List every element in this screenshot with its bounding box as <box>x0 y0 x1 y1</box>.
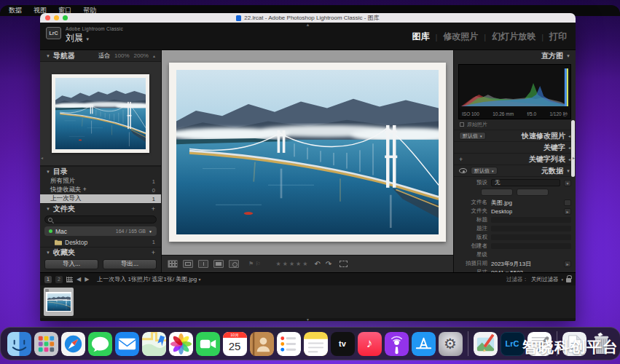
histogram-header[interactable]: 直方图 ▼ <box>454 50 576 62</box>
window-title-bar[interactable]: 22.lrcat - Adobe Photoshop Lightroom Cla… <box>40 13 576 23</box>
keywording-header[interactable]: 关键字 ◂ <box>454 141 576 153</box>
folder-action-icon[interactable]: ▸ <box>564 208 571 215</box>
dock-icon-mail[interactable] <box>115 332 139 356</box>
navigator-preview[interactable] <box>40 61 161 166</box>
grid-view-icon[interactable] <box>168 260 178 268</box>
primary-monitor-button[interactable]: 1 <box>44 276 52 283</box>
metadata-action-button[interactable] <box>481 189 513 196</box>
loupe-view-icon[interactable] <box>183 260 193 268</box>
rotate-right-icon[interactable]: ↷ <box>326 260 331 268</box>
volume-disclosure-icon[interactable]: ▼ <box>149 229 152 234</box>
copyright-field[interactable] <box>491 234 571 240</box>
collections-header[interactable]: ▼ 收藏夹 + <box>40 247 161 258</box>
minimize-button[interactable] <box>54 15 59 20</box>
catalog-item-quick-collection[interactable]: 快捷收藏夹 + 0 <box>40 186 161 194</box>
right-panel-collapse-icon[interactable]: ▸ <box>573 155 575 160</box>
histogram[interactable]: ISO 100 10.26 mm f/5.0 1/120 秒 <box>458 64 571 119</box>
checkbox-icon[interactable] <box>460 122 464 127</box>
add-keyword-icon[interactable]: + <box>459 156 463 163</box>
photo-canvas[interactable] <box>162 50 453 255</box>
dock-icon-image-editor[interactable] <box>474 332 498 356</box>
metadata-header[interactable]: 默认值▾ 元数据 ▼ <box>454 165 576 176</box>
flag-icon[interactable]: ⚑ ⚐ <box>248 261 261 267</box>
metadata-preset-button[interactable]: 默认值▾ <box>471 167 498 175</box>
zoom-fit-option[interactable]: 适合 <box>98 52 110 60</box>
right-panel-scrollbar[interactable] <box>571 120 575 177</box>
dock-icon-system-settings[interactable]: ⚙ <box>439 332 463 356</box>
catalog-item-previous-import[interactable]: 上一次导入 1 <box>40 194 161 203</box>
dock-icon-contacts[interactable] <box>250 332 274 356</box>
filter-lock-icon[interactable] <box>566 278 571 282</box>
import-button[interactable]: 导入... <box>44 259 98 269</box>
export-button[interactable]: 导出... <box>103 259 157 269</box>
quick-develop-header[interactable]: 默认值▾ 快速修改照片 ◂ <box>454 130 576 141</box>
people-view-icon[interactable] <box>229 260 239 268</box>
preset-action-icon[interactable]: ▾ <box>564 180 571 186</box>
quick-develop-preset-button[interactable]: 默认值▾ <box>459 132 486 140</box>
identity-plate[interactable]: LrC Adobe Lightroom Classic 刘晨 ▼ <box>46 26 123 44</box>
capture-date-action-icon[interactable]: ▸ <box>564 261 571 267</box>
go-forward-icon[interactable]: ▶ <box>85 276 89 282</box>
catalog-item-all-photos[interactable]: 所有照片 1 <box>40 177 161 186</box>
navigator-header[interactable]: ▼ 导航器 适合 100% 200% ▴ <box>40 50 161 61</box>
dock-icon-apple-tv[interactable]: tv <box>331 332 355 356</box>
panel-collapse-icon[interactable]: ◂ <box>568 145 570 150</box>
dock-icon-reminders[interactable] <box>277 332 301 356</box>
dock-icon-calendar[interactable]: 10月 25 <box>223 332 247 356</box>
creator-field[interactable] <box>491 243 571 249</box>
filter-dropdown-icon[interactable]: ▾ <box>561 277 563 282</box>
collapse-top-arrow-icon[interactable]: ▲ <box>306 23 310 27</box>
metadata-preset-select[interactable]: 无 <box>491 179 560 186</box>
module-library[interactable]: 图库 <box>412 31 429 43</box>
collapse-bottom-arrow-icon[interactable]: ▼ <box>306 318 310 321</box>
panel-collapse-icon[interactable]: ◂ <box>568 133 570 138</box>
filename-action-icon[interactable] <box>564 199 571 206</box>
left-panel-collapse-icon[interactable]: ◂ <box>41 155 43 160</box>
add-collection-icon[interactable]: + <box>152 249 155 256</box>
zoom-button[interactable] <box>63 15 68 20</box>
close-button[interactable] <box>45 15 50 20</box>
metadata-preset-row[interactable]: 预设 无 ▾ <box>458 178 571 187</box>
filter-select[interactable]: 关闭过滤器 <box>531 276 559 283</box>
dock-icon-facetime[interactable] <box>196 332 220 356</box>
user-name[interactable]: 刘晨 ▼ <box>66 32 123 44</box>
caption-field[interactable] <box>491 226 571 232</box>
zoom-more-icon[interactable]: ▴ <box>153 53 155 58</box>
metadata-action-button[interactable] <box>517 189 549 196</box>
module-print[interactable]: 打印 <box>549 31 567 43</box>
dock-icon-notes[interactable] <box>304 332 328 356</box>
rotate-left-icon[interactable]: ↶ <box>314 260 320 268</box>
folder-search-input[interactable] <box>44 215 157 223</box>
dock-icon-maps[interactable] <box>142 332 166 356</box>
keyword-list-header[interactable]: + 关键字列表 ◂ <box>454 153 576 165</box>
star-rating-icons[interactable]: ★★★★★ <box>276 261 310 267</box>
filmstrip-thumbnail-selected[interactable] <box>44 288 74 316</box>
dock-icon-safari[interactable] <box>61 332 85 356</box>
go-back-icon[interactable]: ◀ <box>76 276 81 282</box>
dock-icon-launchpad[interactable] <box>34 332 58 356</box>
dock-icon-music[interactable]: ♪ <box>358 332 382 356</box>
compare-view-icon[interactable] <box>198 260 208 268</box>
panel-collapse-icon[interactable]: ◂ <box>568 157 570 162</box>
module-slideshow[interactable]: 幻灯片放映 <box>492 31 535 43</box>
eye-icon[interactable] <box>459 168 467 173</box>
volume-row-mac[interactable]: Mac 164 / 165 GB ▼ <box>44 226 157 236</box>
dock-icon-lightroom-classic[interactable]: LrC <box>501 332 525 356</box>
dock-icon-app-store[interactable] <box>412 332 436 356</box>
survey-view-icon[interactable] <box>213 260 224 268</box>
zoom-100-option[interactable]: 100% <box>114 52 129 59</box>
main-photo[interactable] <box>176 70 439 234</box>
menu-item-data[interactable]: 数据 <box>9 6 22 15</box>
module-develop[interactable]: 修改照片 <box>443 31 478 43</box>
selection-tool-icon[interactable] <box>340 261 348 267</box>
folders-header[interactable]: ▼ 文件夹 + <box>40 203 161 214</box>
grid-view-icon[interactable] <box>66 277 73 282</box>
title-field[interactable] <box>491 217 571 223</box>
zoom-200-option[interactable]: 200% <box>134 52 149 59</box>
filmstrip-collapse-strip[interactable]: ▼ <box>40 318 576 321</box>
folder-item-desktop[interactable]: Desktop 1 <box>40 237 161 247</box>
dock-icon-messages[interactable] <box>88 332 112 356</box>
dock-icon-podcasts[interactable] <box>385 332 409 356</box>
dock-icon-photos[interactable] <box>169 332 193 356</box>
catalog-header[interactable]: ▼ 目录 <box>40 166 161 177</box>
